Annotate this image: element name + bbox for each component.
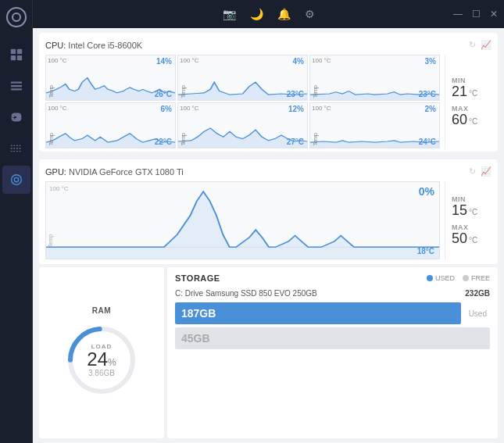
ram-gb-label: 3.86GB — [87, 369, 116, 377]
storage-header: STORAGE USED FREE — [175, 273, 490, 283]
legend-free: FREE — [463, 274, 490, 282]
cpu-core6-temp-label: Temp — [312, 134, 319, 146]
gpu-actions: ↻ 📈 — [469, 166, 491, 177]
cpu-title-text: CPU: Intel Core i5-8600K — [45, 41, 142, 50]
gpu-max-unit: °C — [469, 236, 477, 245]
storage-used-value: 187GB — [181, 307, 216, 320]
cpu-actions: ↻ 📈 — [469, 40, 491, 50]
cpu-section: CPU: Intel Core i5-8600K ↻ 📈 100 °C 14% — [39, 33, 498, 152]
sidebar-item-network[interactable] — [2, 134, 30, 163]
storage-used-label: Used — [466, 309, 490, 318]
storage-used-bar: 187GB — [175, 302, 461, 324]
titlebar-icons: 📷 🌙 🔔 ⚙ — [223, 8, 315, 20]
camera-icon[interactable]: 📷 — [223, 8, 236, 20]
ram-panel: RAM LOAD 24% — [39, 267, 164, 438]
maximize-button[interactable]: ☐ — [472, 9, 481, 19]
cpu-min-row: 21 °C — [452, 84, 491, 98]
app-logo[interactable] — [5, 6, 27, 28]
gpu-min-unit: °C — [469, 208, 477, 216]
content-area: CPU: Intel Core i5-8600K ↻ 📈 100 °C 14% — [33, 28, 504, 443]
sidebar-item-gamepad[interactable] — [2, 103, 30, 131]
gpu-refresh-icon[interactable]: ↻ — [469, 166, 476, 177]
cpu-core6-temp: 24°C — [419, 138, 436, 146]
svg-rect-8 — [10, 88, 21, 90]
cpu-min-value: 21 — [452, 84, 467, 98]
bottom-panels: RAM LOAD 24% — [39, 267, 498, 438]
gpu-section-header: GPU: NVIDIA GeForce GTX 1080 Ti ↻ 📈 — [45, 164, 491, 178]
sidebar-item-layers[interactable] — [2, 72, 30, 100]
cpu-core-3-graph: 100 °C 3% Temp 23°C — [309, 55, 440, 101]
cpu-max-row: 60 °C — [452, 113, 491, 127]
cpu-title: CPU: Intel Core i5-8600K — [45, 38, 142, 52]
cpu-refresh-icon[interactable]: ↻ — [469, 40, 476, 50]
storage-title: STORAGE — [175, 273, 220, 283]
close-button[interactable]: ✕ — [490, 9, 498, 19]
cpu-core5-temp: 27°C — [287, 138, 304, 146]
cpu-max-stat: MAX 60 °C — [452, 105, 491, 127]
cpu-core-5-graph: 100 °C 12% Temp 27°C — [177, 102, 308, 148]
moon-icon[interactable]: 🌙 — [250, 8, 263, 20]
legend-free-dot — [463, 275, 469, 281]
gpu-section: GPU: NVIDIA GeForce GTX 1080 Ti ↻ 📈 100 … — [39, 159, 498, 264]
cpu-graphs-grid: 100 °C 14% Temp 26°C 100 °C — [45, 55, 440, 148]
gpu-stats-panel: MIN 15 °C MAX 50 °C — [445, 181, 491, 259]
gpu-min-stat: MIN 15 °C — [452, 195, 491, 217]
minimize-button[interactable]: — — [453, 9, 463, 19]
cpu-core3-temp-label: Temp — [312, 86, 319, 98]
cpu-section-header: CPU: Intel Core i5-8600K ↻ 📈 — [45, 38, 491, 52]
svg-point-9 — [11, 175, 21, 185]
cpu-core4-temp: 22°C — [155, 138, 172, 146]
storage-bars: 187GB Used 45GB — [175, 302, 490, 349]
gpu-max-row: 50 °C — [452, 231, 491, 245]
main-panel: 📷 🌙 🔔 ⚙ — ☐ ✕ CPU: Intel Core i5-8600K — [33, 0, 504, 443]
cpu-core-6-graph: 100 °C 2% Temp 24°C — [309, 102, 440, 148]
cpu-core5-temp-label: Temp — [180, 134, 187, 146]
storage-free-value: 45GB — [181, 332, 210, 345]
legend-used-label: USED — [435, 274, 455, 282]
storage-legend: USED FREE — [427, 274, 490, 282]
gpu-graph-wrapper: 100 °C 0% Temp 18°C — [45, 181, 440, 259]
gpu-content: 100 °C 0% Temp 18°C MIN — [45, 181, 491, 259]
gpu-min-row: 15 °C — [452, 203, 491, 217]
cpu-core1-temp: 26°C — [155, 90, 172, 98]
svg-point-1 — [13, 13, 20, 21]
ram-percent-row: 24% — [87, 350, 116, 369]
ram-label-group: LOAD 24% 3.86GB — [87, 343, 116, 377]
svg-rect-5 — [16, 55, 21, 60]
gear-icon[interactable]: ⚙ — [305, 8, 315, 20]
cpu-core-4-graph: 100 °C 6% Temp 22°C — [45, 102, 176, 148]
legend-used: USED — [427, 274, 455, 282]
cpu-content: 100 °C 14% Temp 26°C 100 °C — [45, 55, 491, 148]
cpu-core-1-graph: 100 °C 14% Temp 26°C — [45, 55, 176, 101]
ram-percent-sym: % — [108, 357, 116, 368]
titlebar: 📷 🌙 🔔 ⚙ — ☐ ✕ — [33, 0, 504, 28]
cpu-core4-temp-label: Temp — [48, 134, 55, 146]
svg-point-10 — [14, 177, 18, 181]
cpu-core2-temp: 23°C — [287, 90, 304, 98]
cpu-min-unit: °C — [469, 89, 477, 98]
sidebar — [0, 0, 33, 443]
sidebar-item-monitor[interactable] — [2, 166, 30, 194]
gpu-max-value: 50 — [452, 231, 467, 245]
cpu-chart-icon[interactable]: 📈 — [481, 40, 491, 50]
storage-free-bar: 45GB — [175, 327, 490, 349]
gpu-title: GPU: NVIDIA GeForce GTX 1080 Ti — [45, 164, 184, 178]
titlebar-controls: — ☐ ✕ — [453, 9, 498, 19]
svg-rect-3 — [16, 49, 21, 54]
legend-used-dot — [427, 275, 433, 281]
legend-free-label: FREE — [471, 274, 490, 282]
cpu-stats-panel: MIN 21 °C MAX 60 °C — [445, 55, 491, 148]
cpu-min-stat: MIN 21 °C — [452, 77, 491, 98]
ram-percent-value: 24 — [87, 348, 108, 370]
svg-rect-2 — [10, 49, 15, 54]
sidebar-item-home[interactable] — [2, 41, 30, 69]
storage-drive-label: C: Drive Samsung SSD 850 EVO 250GB 232GB — [175, 289, 490, 298]
cpu-max-value: 60 — [452, 113, 467, 127]
ram-title: RAM — [92, 306, 111, 315]
bell-icon[interactable]: 🔔 — [277, 8, 291, 20]
svg-rect-4 — [10, 55, 15, 60]
cpu-core-2-graph: 100 °C 4% Temp 23°C — [177, 55, 308, 101]
storage-free-row: 45GB — [175, 327, 490, 349]
gpu-chart-icon[interactable]: 📈 — [481, 166, 491, 177]
storage-used-row: 187GB Used — [175, 302, 490, 324]
